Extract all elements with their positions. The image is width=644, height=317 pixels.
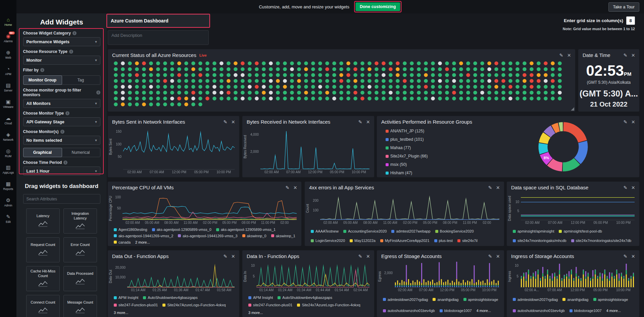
widget-header: Date & Time ✎ × xyxy=(578,49,639,58)
chart-line-icon xyxy=(76,249,85,257)
legend-swatch xyxy=(383,298,386,301)
info-icon: i xyxy=(63,161,67,165)
line-chart xyxy=(512,193,636,225)
edit-widget-icon[interactable]: ✎ xyxy=(224,119,228,125)
edit-widget-icon[interactable]: ✎ xyxy=(358,119,362,125)
sidebar-item-admin[interactable]: ⚙Admin xyxy=(0,194,16,210)
close-widget-icon[interactable]: × xyxy=(496,185,500,190)
draggable-widget-data-processed[interactable]: Data Processed xyxy=(63,266,97,291)
close-widget-icon[interactable]: × xyxy=(496,254,500,259)
widget-header: Current Status of all Azure Resources Li… xyxy=(108,49,575,58)
sidebar-item-web[interactable]: ⊕Web xyxy=(0,46,16,63)
close-widget-icon[interactable]: × xyxy=(631,120,635,124)
draggable-widget-integration-latency[interactable]: Integration Latency xyxy=(63,208,97,234)
legend-item: msix (50) xyxy=(386,162,428,167)
draggable-widget-latency[interactable]: Latency xyxy=(26,208,60,234)
close-widget-icon[interactable]: × xyxy=(631,185,635,190)
draggable-widget-message-count[interactable]: Message Count xyxy=(63,295,97,317)
edit-widget-icon[interactable]: ✎ xyxy=(624,53,628,58)
legend-swatch xyxy=(114,234,117,237)
legend-item: MyFirstAzureCoreApp2021 xyxy=(380,237,430,245)
toggle-graphical[interactable]: Graphical xyxy=(23,148,62,157)
resize-handle[interactable] xyxy=(571,107,574,111)
edit-widget-icon[interactable]: ✎ xyxy=(624,119,628,125)
sidebar-item-label: Cloud xyxy=(4,122,12,125)
legend-more-link[interactable]: 3 more... xyxy=(248,310,263,316)
legend-swatch xyxy=(343,230,346,233)
segmented-toggle: GraphicalNumerical xyxy=(23,148,100,157)
line-chart xyxy=(248,127,371,175)
legend-more-link[interactable]: 4 more... xyxy=(477,306,491,316)
sidebar-item-label: Admin xyxy=(4,204,12,207)
select-choose-monitor-s[interactable]: No items selected▾ xyxy=(23,136,100,145)
select-choose-time-period[interactable]: Last 1 Hour▾ xyxy=(23,167,100,176)
select-choose-monitor-type[interactable]: API Gateway Stage▾ xyxy=(23,117,100,126)
draggable-widget-cache-hit-miss-count[interactable]: Cache Hit-Miss Count xyxy=(26,266,60,291)
search-attributes-input[interactable] xyxy=(23,194,100,204)
take-a-tour-button[interactable]: Take a Tour xyxy=(608,2,639,12)
edit-widget-icon[interactable]: ✎ xyxy=(624,254,628,259)
select-choose-monitor-group-to-filter-monitors[interactable]: All Monitors▾ xyxy=(23,99,100,108)
info-icon: i xyxy=(72,31,77,35)
widget-header: Bytes Sent in Network Interfaces ✎× xyxy=(108,116,239,125)
edit-widget-icon[interactable]: ✎ xyxy=(488,185,492,190)
sidebar-item-apm[interactable]: ◔APM xyxy=(0,63,16,79)
sidebar-item-vmware[interactable]: ▣VMware xyxy=(0,96,16,112)
toggle-monitor-group[interactable]: Monitor Group xyxy=(23,75,62,85)
sidebar-item-network[interactable]: ◈Network xyxy=(0,128,16,145)
draggable-widget-request-count[interactable]: Request Count xyxy=(26,237,60,262)
close-widget-icon[interactable]: × xyxy=(567,53,571,58)
widget-current-status: Current Status of all Azure Resources Li… xyxy=(108,49,575,112)
sidebar-item-cloud[interactable]: ☁Cloud xyxy=(0,112,16,128)
select-value: All Monitors xyxy=(27,101,51,106)
widget-bytes-sent: Bytes Sent in Network Interfaces ✎× Byte… xyxy=(108,116,239,177)
sidebar-item-server[interactable]: ▤Server xyxy=(0,79,16,96)
y-axis-label: Count xyxy=(306,204,309,213)
sidebar-item-applogs[interactable]: ▥AppLogs xyxy=(0,161,16,178)
legend-item: AAAATestnew xyxy=(311,227,339,235)
close-widget-icon[interactable]: × xyxy=(631,53,635,58)
toggle-tag[interactable]: Tag xyxy=(62,76,100,84)
sidebar-item-rum[interactable]: ◎RUM xyxy=(0,145,16,161)
legend-swatch xyxy=(311,230,314,233)
widget-header: Activities Performed in Resource Groups … xyxy=(377,116,639,125)
sidebar-item-edit[interactable]: ✎Edit xyxy=(0,210,16,227)
close-widget-icon[interactable]: × xyxy=(231,254,235,259)
close-widget-icon[interactable]: × xyxy=(293,185,297,190)
sidebar-item-reports[interactable]: ▦Reports xyxy=(0,178,16,194)
sidebar-item-alarms[interactable]: ◉99+Alarms xyxy=(0,30,16,46)
legend-more-link[interactable]: 4 more... xyxy=(606,306,621,316)
close-widget-icon[interactable]: × xyxy=(366,120,370,124)
chart-legend: AAAATestnewAccountingService2020admtest2… xyxy=(311,227,501,245)
line-chart xyxy=(113,193,298,225)
draggable-widget-connect-count[interactable]: Connect Count xyxy=(26,295,60,317)
edit-widget-icon[interactable]: ✎ xyxy=(224,254,228,259)
legend-more-link[interactable]: 3 more... xyxy=(114,310,128,316)
widget-activities-resource-groups: Activities Performed in Resource Groups … xyxy=(377,116,639,177)
select-choose-widget-category[interactable]: Performance Widgets▾ xyxy=(23,37,100,46)
toggle-numerical[interactable]: Numerical xyxy=(62,148,100,157)
close-widget-icon[interactable]: × xyxy=(231,120,235,124)
legend-swatch xyxy=(569,309,573,312)
grid-size-input[interactable] xyxy=(626,16,635,25)
dashboard-description-input[interactable] xyxy=(108,30,209,45)
edit-widget-icon[interactable]: ✎ xyxy=(559,53,563,58)
sidebar-item-label: Alarms xyxy=(4,40,12,43)
close-widget-icon[interactable]: × xyxy=(631,254,635,259)
chart-line-icon xyxy=(38,280,48,288)
sidebar-item-home[interactable]: ⌂Home xyxy=(0,13,16,30)
draggable-widget-error-count[interactable]: Error Count xyxy=(63,237,97,262)
edit-widget-icon[interactable]: ✎ xyxy=(286,185,290,190)
legend-more-link[interactable]: 2 more... xyxy=(135,240,150,245)
select-choose-resource-type[interactable]: Monitor▾ xyxy=(23,56,100,65)
dashboard-title-input[interactable] xyxy=(107,14,209,27)
legend-item: apminsight/test-pool-db xyxy=(559,227,602,235)
alarms-icon: ◉99+ xyxy=(6,34,10,39)
edit-widget-icon[interactable]: ✎ xyxy=(624,185,628,190)
edit-icon: ✎ xyxy=(6,214,10,219)
close-widget-icon[interactable]: × xyxy=(366,254,370,259)
edit-widget-icon[interactable]: ✎ xyxy=(358,254,362,259)
edit-widget-icon[interactable]: ✎ xyxy=(488,254,492,259)
widget-tile-label: Message Count xyxy=(66,300,94,305)
done-customizing-button[interactable]: Done customizing xyxy=(355,2,400,11)
